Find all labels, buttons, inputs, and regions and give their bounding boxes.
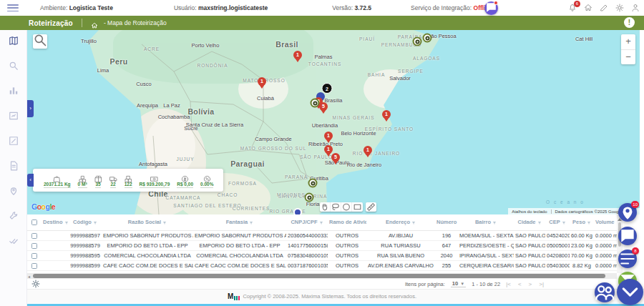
table-row[interactable]: 9999988597EMPORIO SABORNUT PRODUTOS ALIM… — [27, 230, 617, 240]
red-map-pin[interactable]: 5 — [331, 153, 340, 162]
filter-icon[interactable] — [319, 219, 323, 224]
row-checkbox[interactable] — [31, 243, 37, 249]
last-page-button[interactable]: >| — [539, 281, 544, 287]
filter-icon[interactable] — [562, 219, 566, 224]
home-icon[interactable] — [91, 19, 98, 26]
column-header-endere-o[interactable]: Endereço — [366, 214, 435, 230]
sidebar-item-chart[interactable] — [9, 86, 19, 96]
sidebar-item-report[interactable] — [9, 111, 19, 121]
column-header-c-digo[interactable]: Código — [69, 214, 102, 230]
locate-fab[interactable]: 10 — [618, 203, 637, 222]
row-checkbox[interactable] — [31, 233, 37, 239]
support-chat-button[interactable] — [484, 1, 498, 15]
depot-marker[interactable] — [423, 34, 432, 43]
filter-icon[interactable] — [93, 219, 97, 224]
zoom-out-button[interactable]: − — [621, 50, 635, 65]
filter-icon[interactable] — [411, 219, 416, 224]
circle-tool-button[interactable] — [341, 202, 352, 212]
measure-tool-button[interactable] — [366, 202, 376, 212]
column-header-raz-o-social[interactable]: Razão Social — [102, 214, 193, 230]
cell: 07583048000105 — [286, 250, 328, 260]
cell: CAFE CAOC COM.DE DOCES E SALGADOS LTDA — [102, 260, 193, 270]
clients-fab[interactable] — [595, 282, 615, 302]
depot-marker[interactable] — [305, 193, 314, 202]
column-header-cep[interactable]: CEP — [545, 214, 570, 230]
column-header-bairro[interactable]: Bairro — [458, 214, 514, 230]
table-row[interactable]: 9999988579EMPORIO DO BETO LTDA - EPPEMPO… — [27, 240, 617, 250]
sidebar-item-wrench[interactable] — [9, 211, 19, 221]
prev-page-button[interactable]: < — [518, 281, 522, 287]
menu-icon[interactable] — [7, 4, 19, 11]
red-map-pin[interactable]: 1 — [324, 145, 333, 154]
filter-icon[interactable] — [64, 219, 69, 224]
depot-marker[interactable] — [311, 99, 320, 108]
select-all-checkbox[interactable] — [31, 219, 37, 225]
filter-icon[interactable] — [162, 219, 167, 224]
routing-map[interactable]: BrasilPeruBolíviaParaguaiChileTrujilloLi… — [27, 30, 640, 214]
sidebar-item-edit[interactable] — [9, 136, 19, 146]
red-map-pin[interactable]: 1 — [382, 110, 391, 119]
scroll-left-arrow[interactable]: ◂ — [28, 274, 30, 279]
column-header-cidade[interactable]: Cidade — [514, 214, 545, 230]
table-horizontal-scrollbar[interactable]: ◂ — [27, 273, 617, 279]
person-icon[interactable] — [631, 4, 640, 12]
stat-value: 22 — [110, 182, 115, 188]
column-header-cnpj-cpf[interactable]: CNPJ/CPF — [286, 214, 328, 230]
page-size-select[interactable]: 10▼ — [451, 280, 466, 287]
vehicle-marker[interactable] — [293, 208, 302, 214]
sidebar-item-map[interactable] — [9, 36, 19, 46]
filter-icon[interactable] — [492, 219, 497, 224]
black-map-pin[interactable]: 2 — [322, 83, 333, 94]
column-header-n-mero[interactable]: Número — [435, 214, 458, 230]
panel-expand-tab[interactable]: › — [27, 100, 34, 117]
hand-tool-button[interactable] — [320, 202, 331, 212]
alerts-button[interactable]: ! — [624, 17, 635, 28]
lasso-tool-button[interactable] — [331, 202, 341, 212]
depot-marker[interactable] — [308, 179, 318, 188]
sidebar-item-checks[interactable] — [9, 236, 19, 246]
map-search-button[interactable] — [33, 34, 47, 49]
column-header-fantasia[interactable]: Fantasia — [193, 214, 286, 230]
home-icon[interactable] — [584, 4, 592, 12]
red-map-pin[interactable]: 1 — [324, 132, 333, 140]
zoom-in-button[interactable]: + — [621, 34, 635, 50]
gear-icon[interactable] — [615, 4, 624, 12]
cell: COMERCIAL CHOCOLANDIA LTDA — [102, 250, 193, 260]
cubes-icon — [79, 173, 87, 181]
row-checkbox[interactable] — [31, 263, 37, 269]
filter-icon[interactable] — [587, 219, 591, 224]
sidebar-item-search[interactable] — [9, 61, 19, 71]
keyboard-shortcuts-link[interactable]: Atalhos do teclado — [508, 209, 551, 214]
row-select-cell — [27, 260, 42, 270]
stats-collapse-tab[interactable]: ‹ — [27, 174, 34, 187]
column-header-ramo-de-atividade[interactable]: Ramo de Atividade — [328, 214, 366, 230]
depot-marker[interactable] — [413, 37, 422, 46]
red-map-pin[interactable]: 5 — [319, 102, 328, 111]
bell-icon[interactable]: 6 — [568, 4, 577, 12]
table-row[interactable]: 9999988595COMERCIAL CHOCOLANDIA LTDACOME… — [27, 250, 617, 260]
grid-settings-button[interactable] — [31, 280, 40, 288]
column-header-peso[interactable]: Peso — [570, 214, 594, 230]
filter-icon[interactable] — [249, 219, 253, 224]
module-title[interactable]: Roteirização — [29, 19, 73, 27]
sidebar-item-pin[interactable] — [9, 186, 19, 196]
rect-tool-button[interactable] — [352, 202, 363, 212]
table-row[interactable]: 9999988599CAFE CAOC COM.DE DOCES E SALGA… — [27, 260, 617, 270]
sidebar-item-doc[interactable] — [9, 161, 19, 171]
row-checkbox[interactable] — [31, 253, 37, 259]
column-header-volume[interactable]: Volume — [594, 214, 617, 230]
pencil-icon[interactable] — [600, 4, 608, 12]
first-page-button[interactable]: |< — [506, 281, 511, 287]
routes-list-fab[interactable]: 8 — [618, 250, 637, 268]
collapse-panel-fab[interactable] — [617, 279, 643, 305]
red-map-pin[interactable]: 1 — [364, 146, 372, 154]
column-header-destino[interactable]: Destino — [42, 214, 69, 230]
next-page-button[interactable]: > — [529, 281, 532, 287]
map-label-water: O c e a n o — [546, 199, 585, 204]
horizontal-scroll-thumb[interactable] — [33, 274, 605, 278]
chat-fab[interactable] — [618, 227, 637, 245]
red-map-pin[interactable]: 1 — [293, 51, 302, 59]
filter-icon[interactable] — [537, 219, 542, 224]
red-map-pin[interactable]: 1 — [258, 77, 266, 86]
cell: EMPORIO SABORNUT PRODUTOS ALIMENTICIOS L… — [193, 230, 286, 240]
